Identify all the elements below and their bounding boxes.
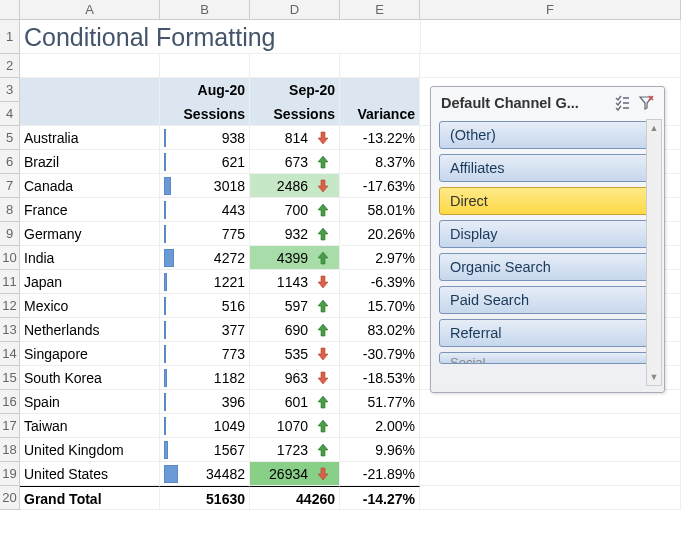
slicer-item[interactable]: Social: [439, 352, 656, 364]
variance[interactable]: 20.26%: [340, 222, 420, 246]
row-header-8[interactable]: 8: [0, 198, 20, 222]
aug-sessions[interactable]: 516: [160, 294, 250, 318]
country-name[interactable]: Australia: [20, 126, 160, 150]
row-header-20[interactable]: 20: [0, 486, 20, 510]
row-header-7[interactable]: 7: [0, 174, 20, 198]
aug-sessions[interactable]: 1221: [160, 270, 250, 294]
row-header-19[interactable]: 19: [0, 462, 20, 486]
total-variance[interactable]: -14.27%: [340, 486, 420, 510]
sep-sessions[interactable]: 4399: [250, 246, 340, 270]
aug-sessions[interactable]: 773: [160, 342, 250, 366]
sep-sessions[interactable]: 26934: [250, 462, 340, 486]
aug-sessions[interactable]: 4272: [160, 246, 250, 270]
aug-sessions[interactable]: 1567: [160, 438, 250, 462]
clear-filter-icon[interactable]: [636, 93, 656, 113]
country-name[interactable]: South Korea: [20, 366, 160, 390]
variance[interactable]: -30.79%: [340, 342, 420, 366]
variance[interactable]: -17.63%: [340, 174, 420, 198]
aug-sessions[interactable]: 775: [160, 222, 250, 246]
header-aug[interactable]: Aug-20: [160, 78, 250, 102]
sep-sessions[interactable]: 601: [250, 390, 340, 414]
total-aug[interactable]: 51630: [160, 486, 250, 510]
sep-sessions[interactable]: 814: [250, 126, 340, 150]
variance[interactable]: 8.37%: [340, 150, 420, 174]
variance[interactable]: 15.70%: [340, 294, 420, 318]
header-var-blank[interactable]: [340, 78, 420, 102]
sep-sessions[interactable]: 690: [250, 318, 340, 342]
header-blank2[interactable]: [20, 102, 160, 126]
sep-sessions[interactable]: 673: [250, 150, 340, 174]
slicer-item[interactable]: (Other): [439, 121, 656, 149]
aug-sessions[interactable]: 621: [160, 150, 250, 174]
slicer-item[interactable]: Display: [439, 220, 656, 248]
country-name[interactable]: India: [20, 246, 160, 270]
variance[interactable]: -6.39%: [340, 270, 420, 294]
slicer-header[interactable]: Default Channel G...: [431, 87, 664, 121]
aug-sessions[interactable]: 1049: [160, 414, 250, 438]
aug-sessions[interactable]: 3018: [160, 174, 250, 198]
sep-sessions[interactable]: 700: [250, 198, 340, 222]
row-header-3[interactable]: 3: [0, 78, 20, 102]
row-header-4[interactable]: 4: [0, 102, 20, 126]
sep-sessions[interactable]: 597: [250, 294, 340, 318]
variance[interactable]: 58.01%: [340, 198, 420, 222]
row-header-9[interactable]: 9: [0, 222, 20, 246]
row-header-11[interactable]: 11: [0, 270, 20, 294]
aug-sessions[interactable]: 938: [160, 126, 250, 150]
row-header-2[interactable]: 2: [0, 54, 20, 78]
variance[interactable]: 51.77%: [340, 390, 420, 414]
variance[interactable]: 2.97%: [340, 246, 420, 270]
total-label[interactable]: Grand Total: [20, 486, 160, 510]
aug-sessions[interactable]: 1182: [160, 366, 250, 390]
scroll-up-icon[interactable]: ▲: [647, 120, 661, 136]
slicer-item[interactable]: Organic Search: [439, 253, 656, 281]
row-header-16[interactable]: 16: [0, 390, 20, 414]
country-name[interactable]: Japan: [20, 270, 160, 294]
header-variance[interactable]: Variance: [340, 102, 420, 126]
country-name[interactable]: Spain: [20, 390, 160, 414]
aug-sessions[interactable]: 443: [160, 198, 250, 222]
sep-sessions[interactable]: 963: [250, 366, 340, 390]
col-header-B[interactable]: B: [160, 0, 250, 19]
slicer-item[interactable]: Referral: [439, 319, 656, 347]
row-header-18[interactable]: 18: [0, 438, 20, 462]
aug-sessions[interactable]: 34482: [160, 462, 250, 486]
country-name[interactable]: Canada: [20, 174, 160, 198]
row-header-15[interactable]: 15: [0, 366, 20, 390]
slicer-item[interactable]: Paid Search: [439, 286, 656, 314]
sep-sessions[interactable]: 535: [250, 342, 340, 366]
sep-sessions[interactable]: 1070: [250, 414, 340, 438]
multi-select-icon[interactable]: [612, 93, 632, 113]
variance[interactable]: -13.22%: [340, 126, 420, 150]
country-name[interactable]: Germany: [20, 222, 160, 246]
country-name[interactable]: France: [20, 198, 160, 222]
header-blank[interactable]: [20, 78, 160, 102]
country-name[interactable]: Mexico: [20, 294, 160, 318]
variance[interactable]: 83.02%: [340, 318, 420, 342]
country-name[interactable]: United States: [20, 462, 160, 486]
sep-sessions[interactable]: 2486: [250, 174, 340, 198]
variance[interactable]: 9.96%: [340, 438, 420, 462]
country-name[interactable]: Netherlands: [20, 318, 160, 342]
row-header-1[interactable]: 1: [0, 20, 20, 54]
aug-sessions[interactable]: 396: [160, 390, 250, 414]
row-header-5[interactable]: 5: [0, 126, 20, 150]
row-header-10[interactable]: 10: [0, 246, 20, 270]
country-name[interactable]: United Kingdom: [20, 438, 160, 462]
row-header-17[interactable]: 17: [0, 414, 20, 438]
variance[interactable]: -21.89%: [340, 462, 420, 486]
sep-sessions[interactable]: 932: [250, 222, 340, 246]
col-header-F[interactable]: F: [420, 0, 681, 19]
variance[interactable]: -18.53%: [340, 366, 420, 390]
slicer-item[interactable]: Direct: [439, 187, 656, 215]
aug-sessions[interactable]: 377: [160, 318, 250, 342]
col-header-A[interactable]: A: [20, 0, 160, 19]
sep-sessions[interactable]: 1143: [250, 270, 340, 294]
total-sep[interactable]: 44260: [250, 486, 340, 510]
row-header-13[interactable]: 13: [0, 318, 20, 342]
cell-F1[interactable]: [420, 20, 681, 54]
select-all-corner[interactable]: [0, 0, 20, 19]
header-sep[interactable]: Sep-20: [250, 78, 340, 102]
sep-sessions[interactable]: 1723: [250, 438, 340, 462]
col-header-D[interactable]: D: [250, 0, 340, 19]
